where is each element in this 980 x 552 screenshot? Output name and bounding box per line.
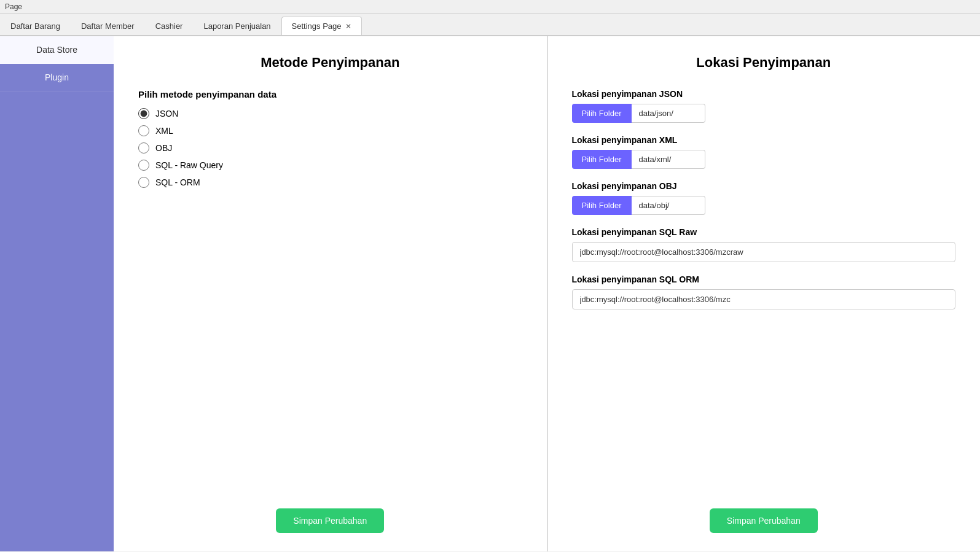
right-btn-row: Simpan Perubahan xyxy=(572,496,956,533)
xml-folder-value: data/xml/ xyxy=(632,150,705,169)
sql-raw-location-section: Lokasi penyimpanan SQL Raw xyxy=(572,227,956,262)
json-location-label: Lokasi penyimpanan JSON xyxy=(572,89,956,99)
xml-location-section: Lokasi penyimpanan XML Pilih Folder data… xyxy=(572,135,956,169)
title-bar: Page xyxy=(0,0,980,14)
radio-option-sql-orm[interactable]: SQL - ORM xyxy=(138,177,223,188)
sidebar: Data Store Plugin xyxy=(0,36,114,551)
sql-raw-input[interactable] xyxy=(572,242,956,262)
obj-folder-button[interactable]: Pilih Folder xyxy=(572,196,632,215)
tab-settings-page[interactable]: Settings Page ✕ xyxy=(281,17,362,35)
tab-daftar-member[interactable]: Daftar Member xyxy=(71,17,145,35)
right-panel-title: Lokasi Penyimpanan xyxy=(572,55,956,71)
radio-sql-orm[interactable] xyxy=(138,177,149,188)
radio-sql-raw[interactable] xyxy=(138,160,149,171)
title-bar-label: Page xyxy=(5,2,22,11)
sidebar-item-data-store[interactable]: Data Store xyxy=(0,36,114,64)
close-settings-tab-icon[interactable]: ✕ xyxy=(345,22,351,31)
xml-folder-button[interactable]: Pilih Folder xyxy=(572,150,632,169)
json-folder-button[interactable]: Pilih Folder xyxy=(572,104,632,123)
sql-orm-location-label: Lokasi penyimpanan SQL ORM xyxy=(572,274,956,284)
sql-raw-location-label: Lokasi penyimpanan SQL Raw xyxy=(572,227,956,237)
left-btn-row: Simpan Perubahan xyxy=(138,496,522,533)
sql-orm-location-section: Lokasi penyimpanan SQL ORM xyxy=(572,274,956,309)
radio-group-storage-method: JSON XML OBJ SQL - Raw Query SQL - ORM xyxy=(138,108,223,188)
radio-option-sql-raw[interactable]: SQL - Raw Query xyxy=(138,160,223,171)
main-layout: Data Store Plugin Metode Penyimpanan Pil… xyxy=(0,36,980,551)
left-save-button[interactable]: Simpan Perubahan xyxy=(276,508,384,533)
right-save-button[interactable]: Simpan Perubahan xyxy=(710,508,818,533)
left-panel: Metode Penyimpanan Pilih metode penyimpa… xyxy=(114,36,547,551)
tab-cashier[interactable]: Cashier xyxy=(145,17,194,35)
tab-bar: Daftar Barang Daftar Member Cashier Lapo… xyxy=(0,14,980,36)
radio-xml[interactable] xyxy=(138,125,149,136)
obj-location-section: Lokasi penyimpanan OBJ Pilih Folder data… xyxy=(572,181,956,215)
radio-option-obj[interactable]: OBJ xyxy=(138,142,223,154)
radio-option-xml[interactable]: XML xyxy=(138,125,223,136)
radio-obj[interactable] xyxy=(138,142,149,154)
xml-folder-row: Pilih Folder data/xml/ xyxy=(572,150,956,169)
json-folder-row: Pilih Folder data/json/ xyxy=(572,104,956,123)
json-folder-value: data/json/ xyxy=(632,104,705,123)
left-panel-title: Metode Penyimpanan xyxy=(138,55,522,71)
radio-json[interactable] xyxy=(138,108,149,119)
obj-location-label: Lokasi penyimpanan OBJ xyxy=(572,181,956,191)
sql-orm-input[interactable] xyxy=(572,289,956,309)
obj-folder-row: Pilih Folder data/obj/ xyxy=(572,196,956,215)
radio-option-json[interactable]: JSON xyxy=(138,108,223,119)
content-area: Metode Penyimpanan Pilih metode penyimpa… xyxy=(114,36,980,551)
json-location-section: Lokasi penyimpanan JSON Pilih Folder dat… xyxy=(572,89,956,123)
sidebar-item-plugin[interactable]: Plugin xyxy=(0,64,114,91)
method-section-label: Pilih metode penyimpanan data xyxy=(138,89,276,99)
xml-location-label: Lokasi penyimpanan XML xyxy=(572,135,956,145)
tab-daftar-barang[interactable]: Daftar Barang xyxy=(0,17,71,35)
right-panel: Lokasi Penyimpanan Lokasi penyimpanan JS… xyxy=(547,36,981,551)
obj-folder-value: data/obj/ xyxy=(632,196,705,215)
tab-laporan-penjualan[interactable]: Laporan Penjualan xyxy=(193,17,281,35)
